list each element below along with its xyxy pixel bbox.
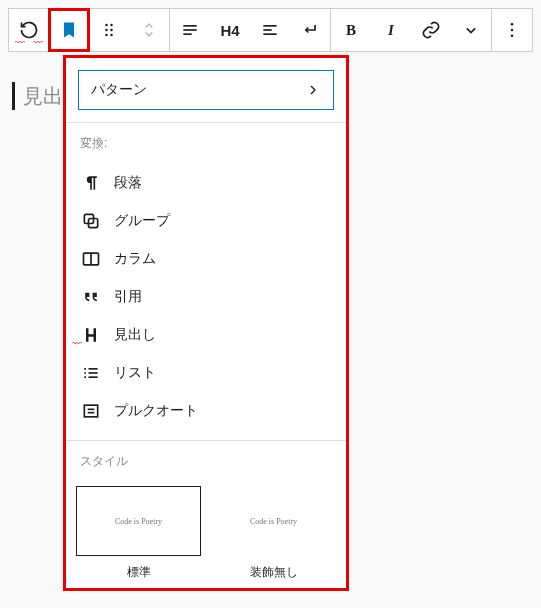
transform-label: プルクオート bbox=[114, 402, 198, 420]
svg-point-5 bbox=[110, 34, 113, 37]
transform-list: 段落 グループ カラム 引用 見出し〰 リスト プルクオート bbox=[66, 160, 346, 440]
return-button[interactable] bbox=[290, 9, 330, 51]
undo-button[interactable]: 〰 bbox=[9, 9, 49, 51]
list-icon bbox=[80, 363, 102, 383]
paragraph-icon bbox=[80, 173, 102, 193]
toolbar-group-more bbox=[492, 9, 532, 51]
transform-label: 引用 bbox=[114, 288, 142, 306]
block-type-button[interactable] bbox=[49, 9, 89, 51]
transform-dropdown: パターン 変換: 段落 グループ カラム 引用 見出し〰 リスト プルクオート … bbox=[66, 58, 346, 588]
transform-pullquote[interactable]: プルクオート bbox=[66, 392, 346, 430]
svg-point-1 bbox=[110, 24, 113, 27]
transform-list[interactable]: リスト bbox=[66, 354, 346, 392]
columns-icon bbox=[80, 249, 102, 269]
text-align-icon bbox=[260, 20, 280, 40]
style-section-label: スタイル bbox=[66, 441, 346, 478]
svg-point-14 bbox=[511, 35, 514, 38]
svg-rect-25 bbox=[84, 405, 97, 417]
pullquote-icon bbox=[80, 401, 102, 421]
more-vertical-icon bbox=[502, 20, 522, 40]
return-icon bbox=[300, 20, 320, 40]
svg-point-2 bbox=[105, 29, 108, 32]
move-button[interactable] bbox=[129, 9, 169, 51]
transform-label: リスト bbox=[114, 364, 156, 382]
bookmark-icon bbox=[59, 20, 79, 40]
style-plain[interactable]: Code is Poetry 装飾無し bbox=[211, 486, 336, 588]
align-icon bbox=[180, 20, 200, 40]
transform-group[interactable]: グループ bbox=[66, 202, 346, 240]
svg-point-4 bbox=[105, 34, 108, 37]
heading-icon bbox=[80, 325, 102, 345]
svg-point-3 bbox=[110, 29, 113, 32]
link-button[interactable] bbox=[411, 9, 451, 51]
style-preview: Code is Poetry bbox=[76, 486, 201, 556]
transform-label: カラム bbox=[114, 250, 156, 268]
toolbar-group-format: B I bbox=[331, 9, 492, 51]
toolbar-group-heading: H4 〰 bbox=[170, 9, 331, 51]
transform-heading[interactable]: 見出し〰 bbox=[66, 316, 346, 354]
svg-point-12 bbox=[511, 23, 514, 26]
block-toolbar: 〰 H4 〰 B I bbox=[8, 8, 533, 52]
svg-point-0 bbox=[105, 24, 108, 27]
svg-point-13 bbox=[511, 29, 514, 32]
link-icon bbox=[421, 20, 441, 40]
transform-label: 見出し bbox=[114, 326, 156, 344]
patterns-button[interactable]: パターン bbox=[78, 70, 334, 110]
style-name: 装飾無し bbox=[211, 556, 336, 588]
bold-label: B bbox=[346, 22, 356, 39]
transform-label: グループ bbox=[114, 212, 170, 230]
style-name: 標準 bbox=[76, 556, 201, 588]
undo-icon bbox=[19, 20, 39, 40]
drag-icon bbox=[99, 20, 119, 40]
more-format-button[interactable] bbox=[451, 9, 491, 51]
quote-icon bbox=[80, 287, 102, 307]
transform-columns[interactable]: カラム bbox=[66, 240, 346, 278]
transform-label: 段落 bbox=[114, 174, 142, 192]
transform-paragraph[interactable]: 段落 bbox=[66, 164, 346, 202]
heading-level-button[interactable]: H4 bbox=[210, 9, 250, 51]
patterns-label: パターン bbox=[91, 81, 147, 99]
style-default[interactable]: Code is Poetry 標準 bbox=[76, 486, 201, 588]
chevron-right-icon bbox=[305, 82, 321, 98]
options-button[interactable] bbox=[492, 9, 532, 51]
group-icon bbox=[80, 211, 102, 231]
transform-quote[interactable]: 引用 bbox=[66, 278, 346, 316]
align-button[interactable] bbox=[170, 9, 210, 51]
text-align-button[interactable]: 〰 bbox=[250, 9, 290, 51]
drag-handle[interactable] bbox=[89, 9, 129, 51]
transform-section-label: 変換: bbox=[66, 123, 346, 160]
chevron-down-icon bbox=[461, 20, 481, 40]
chevrons-icon bbox=[139, 20, 159, 40]
toolbar-group-history: 〰 bbox=[9, 9, 170, 51]
style-options: Code is Poetry 標準 Code is Poetry 装飾無し bbox=[66, 478, 346, 588]
h4-label: H4 bbox=[220, 22, 239, 39]
italic-label: I bbox=[388, 22, 394, 39]
italic-button[interactable]: I bbox=[371, 9, 411, 51]
bold-button[interactable]: B bbox=[331, 9, 371, 51]
dropdown-scroll[interactable]: パターン 変換: 段落 グループ カラム 引用 見出し〰 リスト プルクオート … bbox=[66, 58, 346, 588]
style-preview: Code is Poetry bbox=[211, 486, 336, 556]
